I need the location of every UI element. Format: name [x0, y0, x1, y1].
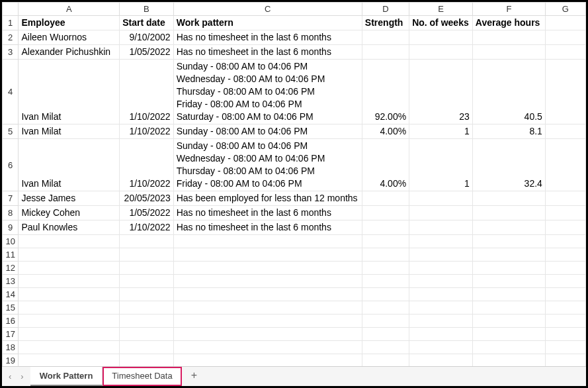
cell-C12[interactable] — [173, 262, 362, 275]
cell-B6[interactable]: 1/10/2022 — [120, 139, 173, 191]
cell-F7[interactable] — [472, 191, 545, 206]
tab-add-button[interactable]: + — [182, 367, 206, 386]
cell-A11[interactable] — [19, 248, 120, 262]
cell-E11[interactable] — [409, 248, 473, 262]
cell-B5[interactable]: 1/10/2022 — [120, 124, 173, 139]
cell-A15[interactable] — [19, 301, 120, 315]
cell-D16[interactable] — [362, 315, 409, 328]
spreadsheet-grid[interactable]: A B C D E F G 1 Employee Start date Work… — [2, 2, 586, 366]
cell-B18[interactable] — [120, 341, 173, 354]
cell-C11[interactable] — [173, 248, 362, 262]
cell-C8[interactable]: Has no timesheet in the last 6 months — [173, 206, 362, 220]
cell-C19[interactable] — [173, 354, 362, 367]
cell-A4[interactable]: Ivan Milat — [19, 60, 120, 124]
tab-timesheet-data[interactable]: Timesheet Data — [103, 367, 181, 386]
cell-F10[interactable] — [472, 235, 545, 248]
cell-E2[interactable] — [409, 30, 473, 45]
cell-F13[interactable] — [472, 275, 545, 288]
row-header-15[interactable]: 15 — [3, 301, 19, 315]
cell-A3[interactable]: Alexander Pichushkin — [19, 45, 120, 60]
cell-E14[interactable] — [409, 288, 473, 301]
cell-C10[interactable] — [173, 235, 362, 248]
cell-F9[interactable] — [472, 220, 545, 235]
cell-G12[interactable] — [545, 262, 585, 275]
cell-B14[interactable] — [120, 288, 173, 301]
row-header-8[interactable]: 8 — [3, 206, 19, 220]
cell-F17[interactable] — [472, 328, 545, 341]
row-header-13[interactable]: 13 — [3, 275, 19, 288]
col-header-B[interactable]: B — [120, 3, 173, 16]
row-header-2[interactable]: 2 — [3, 30, 19, 45]
cell-E7[interactable] — [409, 191, 473, 206]
cell-G5[interactable] — [545, 124, 585, 139]
cell-E9[interactable] — [409, 220, 473, 235]
cell-B7[interactable]: 20/05/2023 — [120, 191, 173, 206]
cell-A18[interactable] — [19, 341, 120, 354]
cell-A19[interactable] — [19, 354, 120, 367]
cell-E18[interactable] — [409, 341, 473, 354]
cell-D3[interactable] — [362, 45, 409, 60]
cell-G14[interactable] — [545, 288, 585, 301]
cell-B8[interactable]: 1/05/2022 — [120, 206, 173, 220]
row-header-9[interactable]: 9 — [3, 220, 19, 235]
cell-G6[interactable] — [545, 139, 585, 191]
cell-G1[interactable] — [545, 16, 585, 30]
cell-C5[interactable]: Sunday - 08:00 AM to 04:06 PM — [173, 124, 362, 139]
row-header-17[interactable]: 17 — [3, 328, 19, 341]
cell-F15[interactable] — [472, 301, 545, 315]
cell-B12[interactable] — [120, 262, 173, 275]
cell-A17[interactable] — [19, 328, 120, 341]
cell-C3[interactable]: Has no timesheet in the last 6 months — [173, 45, 362, 60]
col-header-G[interactable]: G — [545, 3, 585, 16]
cell-E10[interactable] — [409, 235, 473, 248]
tab-prev-icon[interactable]: ‹ — [9, 371, 11, 381]
cell-B16[interactable] — [120, 315, 173, 328]
cell-C13[interactable] — [173, 275, 362, 288]
cell-D7[interactable] — [362, 191, 409, 206]
cell-F16[interactable] — [472, 315, 545, 328]
row-header-5[interactable]: 5 — [3, 124, 19, 139]
cell-D10[interactable] — [362, 235, 409, 248]
cell-C9[interactable]: Has no timesheet in the last 6 months — [173, 220, 362, 235]
cell-D12[interactable] — [362, 262, 409, 275]
row-header-18[interactable]: 18 — [3, 341, 19, 354]
cell-E17[interactable] — [409, 328, 473, 341]
row-header-19[interactable]: 19 — [3, 354, 19, 367]
cell-A7[interactable]: Jesse James — [19, 191, 120, 206]
cell-E15[interactable] — [409, 301, 473, 315]
cell-F18[interactable] — [472, 341, 545, 354]
cell-G17[interactable] — [545, 328, 585, 341]
cell-B11[interactable] — [120, 248, 173, 262]
row-header-6[interactable]: 6 — [3, 139, 19, 191]
cell-E3[interactable] — [409, 45, 473, 60]
cell-F12[interactable] — [472, 262, 545, 275]
cell-A14[interactable] — [19, 288, 120, 301]
cell-C17[interactable] — [173, 328, 362, 341]
cell-D19[interactable] — [362, 354, 409, 367]
cell-A6[interactable]: Ivan Milat — [19, 139, 120, 191]
cell-B4[interactable]: 1/10/2022 — [120, 60, 173, 124]
cell-F5[interactable]: 8.1 — [472, 124, 545, 139]
cell-A10[interactable] — [19, 235, 120, 248]
tab-work-pattern[interactable]: Work Pattern — [30, 367, 103, 386]
cell-E5[interactable]: 1 — [409, 124, 473, 139]
cell-F2[interactable] — [472, 30, 545, 45]
cell-B17[interactable] — [120, 328, 173, 341]
cell-D9[interactable] — [362, 220, 409, 235]
row-header-7[interactable]: 7 — [3, 191, 19, 206]
cell-B2[interactable]: 9/10/2002 — [120, 30, 173, 45]
cell-G9[interactable] — [545, 220, 585, 235]
col-header-C[interactable]: C — [173, 3, 362, 16]
cell-A12[interactable] — [19, 262, 120, 275]
col-header-A[interactable]: A — [19, 3, 120, 16]
cell-A9[interactable]: Paul Knowles — [19, 220, 120, 235]
row-header-1[interactable]: 1 — [3, 16, 19, 30]
cell-G19[interactable] — [545, 354, 585, 367]
cell-G2[interactable] — [545, 30, 585, 45]
cell-D8[interactable] — [362, 206, 409, 220]
cell-C4[interactable]: Sunday - 08:00 AM to 04:06 PM Wednesday … — [173, 60, 362, 124]
cell-F1[interactable]: Average hours — [472, 16, 545, 30]
cell-D5[interactable]: 4.00% — [362, 124, 409, 139]
cell-F4[interactable]: 40.5 — [472, 60, 545, 124]
cell-D2[interactable] — [362, 30, 409, 45]
